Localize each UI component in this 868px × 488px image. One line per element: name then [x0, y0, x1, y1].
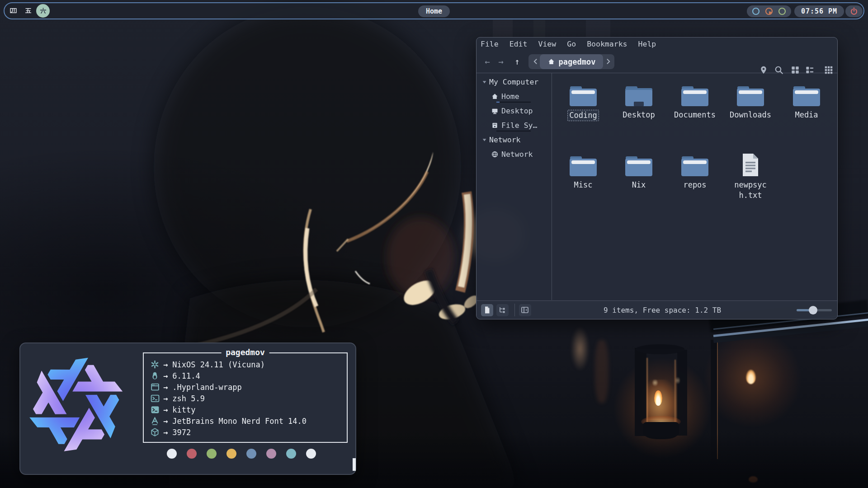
path-segment-current[interactable]: pagedmov [540, 54, 603, 69]
palette-dot-2 [207, 449, 217, 459]
palette-dot-0 [167, 449, 177, 459]
folder-icon [569, 83, 598, 107]
home-icon [491, 93, 499, 100]
desktop-icon [491, 107, 499, 115]
menu-help[interactable]: Help [638, 40, 656, 48]
tray-orange-circle-icon[interactable] [764, 7, 774, 16]
menubar: File Edit View Go Bookmarks Help [476, 38, 837, 51]
menu-go[interactable]: Go [567, 40, 576, 48]
workspace-six-icon [39, 7, 47, 15]
path-bar: pagedmov [528, 54, 614, 69]
kernel-icon [150, 371, 160, 380]
file-item-documents[interactable]: Documents [669, 83, 721, 120]
sidebar-item-filesystem[interactable]: File Sy… [476, 119, 552, 131]
nix-icon [150, 360, 160, 369]
zoom-slider-knob[interactable] [809, 306, 817, 314]
palette-dot-3 [226, 449, 236, 459]
fetch-row-terminal: →kitty [150, 404, 195, 415]
folder-icon [569, 153, 598, 177]
menu-bookmarks[interactable]: Bookmarks [587, 40, 627, 48]
file-item-desktop[interactable]: Desktop [613, 83, 665, 120]
tray [747, 5, 791, 17]
back-button[interactable]: ← [481, 55, 494, 68]
palette-dot-4 [246, 449, 256, 459]
font-icon [150, 416, 160, 426]
fetch-hostname: pagedmov [221, 347, 269, 357]
packages-icon [150, 427, 160, 437]
file-item-downloads[interactable]: Downloads [724, 83, 777, 120]
top-bar: Home 07:56 PM [4, 2, 864, 19]
toggle-panel-button[interactable] [519, 304, 531, 316]
shell-icon [150, 394, 160, 403]
path-scroll-right-icon[interactable] [604, 58, 612, 65]
panel-icon [520, 305, 529, 314]
folder-icon [680, 153, 709, 177]
workspace-four[interactable] [9, 7, 17, 14]
file-item-newpsych-txt[interactable]: newpsych.txt [724, 153, 777, 201]
workspace-five[interactable] [24, 7, 32, 14]
sidebar-section-my-computer[interactable]: My Computer [476, 76, 552, 88]
folder-icon [680, 83, 709, 107]
file-manager-window: File Edit View Go Bookmarks Help ← → ↑ p… [476, 37, 838, 319]
terminal-icon [150, 405, 160, 414]
location-pin-icon[interactable] [759, 65, 769, 75]
folder-icon [624, 153, 653, 177]
fetch-row-kernel: →6.11.4 [150, 370, 200, 381]
tray-green-circle-icon[interactable] [778, 7, 787, 16]
status-bar: 9 items, Free space: 1.2 TB [476, 300, 837, 319]
fetch-row-os: →NixOS 24.11 (Vicuna) [150, 359, 265, 370]
icon-view-icon[interactable] [790, 65, 800, 75]
menu-edit[interactable]: Edit [509, 40, 528, 48]
file-item-coding[interactable]: Coding [557, 83, 609, 121]
search-icon[interactable] [774, 65, 784, 75]
tree-view-button[interactable] [496, 304, 509, 316]
sidebar-item-desktop[interactable]: Desktop [476, 105, 552, 117]
compact-view-icon[interactable] [824, 65, 834, 75]
forward-button[interactable]: → [495, 55, 507, 68]
fetch-row-packages: →3972 [150, 427, 191, 438]
workspace-six-active[interactable] [36, 4, 50, 18]
folder-desktop-icon [624, 83, 653, 107]
tray-blue-circle-icon[interactable] [751, 7, 760, 16]
list-view-icon[interactable] [805, 65, 815, 75]
collapse-caret-icon [482, 137, 487, 142]
terminal-window: pagedmov →NixOS 24.11 (Vicuna) →6.11.4 →… [19, 343, 356, 475]
file-item-nix[interactable]: Nix [613, 153, 665, 190]
palette-dot-1 [187, 449, 197, 459]
folder-icon [736, 83, 765, 107]
sidebar-item-network[interactable]: Network [476, 148, 552, 160]
fetch-row-shell: →zsh 5.9 [150, 393, 205, 404]
sidebar: My Computer Home Desktop File Sy… Networ… [476, 73, 552, 300]
menu-file[interactable]: File [481, 40, 499, 48]
sidebar-item-home[interactable]: Home [476, 90, 552, 102]
fetch-row-wm: →.Hyprland-wrapp [150, 381, 242, 393]
tree-icon [498, 305, 507, 314]
path-scroll-left-icon[interactable] [532, 58, 539, 65]
text-file-icon [736, 153, 765, 177]
fetch-info-box: pagedmov →NixOS 24.11 (Vicuna) →6.11.4 →… [143, 352, 348, 443]
palette-dot-7 [306, 449, 316, 459]
home-icon [547, 58, 555, 66]
network-icon [491, 150, 499, 158]
power-icon [849, 7, 859, 16]
wm-icon [150, 382, 160, 392]
file-item-repos[interactable]: repos [669, 153, 721, 190]
menu-view[interactable]: View [538, 40, 557, 48]
power-button[interactable] [845, 5, 863, 17]
file-icon [482, 305, 491, 314]
nixos-logo [27, 355, 125, 454]
sidebar-section-network[interactable]: Network [476, 134, 552, 145]
active-window-title: Home [418, 5, 450, 17]
up-button[interactable]: ↑ [511, 55, 524, 68]
filesystem-icon [491, 122, 499, 129]
clock[interactable]: 07:56 PM [794, 5, 844, 17]
palette-dot-6 [286, 449, 296, 459]
folder-icon [792, 83, 821, 107]
toolbar: ← → ↑ pagedmov [476, 51, 837, 73]
file-item-media[interactable]: Media [780, 83, 833, 120]
file-item-misc[interactable]: Misc [557, 153, 609, 190]
show-files-button[interactable] [481, 304, 493, 316]
terminal-cursor [353, 458, 356, 471]
palette-dot-5 [266, 449, 276, 459]
collapse-caret-icon [482, 79, 487, 84]
